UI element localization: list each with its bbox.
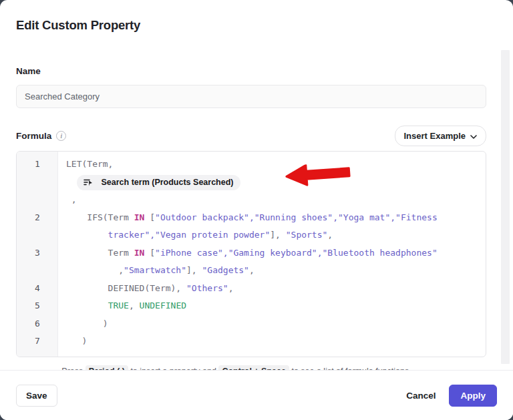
- code-line: 6 ): [17, 315, 486, 333]
- code-line: 3 Term IN ["iPhone case","Gaming keyboar…: [17, 244, 486, 280]
- line-number: 3: [17, 244, 58, 262]
- code-text: LET(Term, Search term (Products Searched…: [58, 156, 240, 209]
- scrollbar-track[interactable]: [501, 50, 510, 364]
- line-number: 7: [17, 333, 58, 351]
- code-line: 7 ): [17, 333, 486, 351]
- formula-editor-lines: 1LET(Term, Search term (Products Searche…: [17, 156, 486, 351]
- info-icon[interactable]: i: [56, 131, 66, 141]
- save-button[interactable]: Save: [16, 385, 57, 407]
- cancel-button[interactable]: Cancel: [399, 385, 442, 406]
- line-number: 6: [17, 315, 58, 333]
- property-chip[interactable]: Search term (Products Searched): [77, 175, 240, 190]
- name-input[interactable]: [16, 85, 486, 108]
- formula-editor[interactable]: 1LET(Term, Search term (Products Searche…: [16, 151, 486, 357]
- code-text: IFS(Term IN ["Outdoor backpack","Running…: [58, 209, 438, 244]
- chevron-down-icon: [470, 131, 477, 141]
- dialog-footer: Save Cancel Apply: [0, 370, 513, 420]
- property-chip-label: Search term (Products Searched): [102, 174, 234, 192]
- name-label: Name: [16, 66, 486, 76]
- apply-button[interactable]: Apply: [449, 385, 497, 407]
- code-line: 2 IFS(Term IN ["Outdoor backpack","Runni…: [17, 209, 486, 244]
- line-number: 2: [17, 209, 58, 227]
- code-text: ): [58, 333, 87, 351]
- dialog-title: Edit Custom Property: [16, 18, 486, 33]
- line-number: 5: [17, 297, 58, 315]
- insert-example-label: Insert Example: [404, 131, 466, 141]
- code-line: 4 DEFINED(Term), "Others",: [17, 280, 486, 298]
- code-text: Term IN ["iPhone case","Gaming keyboard"…: [58, 244, 438, 280]
- code-line: 1LET(Term, Search term (Products Searche…: [17, 156, 486, 209]
- code-text: ): [58, 315, 108, 333]
- code-line: 5 TRUE, UNDEFINED: [17, 297, 486, 315]
- formula-label: Formula: [16, 131, 51, 141]
- edit-custom-property-dialog: Edit Custom Property Name Formula i Inse…: [0, 0, 513, 420]
- code-text: TRUE, UNDEFINED: [58, 297, 186, 315]
- line-number: 1: [17, 156, 58, 174]
- code-text: DEFINED(Term), "Others",: [58, 280, 233, 298]
- line-number: 4: [17, 280, 58, 298]
- insert-example-button[interactable]: Insert Example: [395, 126, 487, 146]
